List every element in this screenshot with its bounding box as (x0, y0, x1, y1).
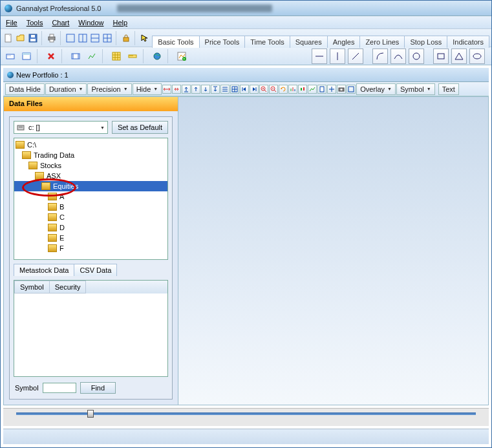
find-button[interactable]: Find (80, 382, 116, 394)
tab-angles[interactable]: Angles (327, 36, 361, 48)
prev-icon[interactable] (240, 85, 249, 94)
symbol-input[interactable] (43, 383, 76, 393)
tab-squares[interactable]: Squares (290, 36, 328, 48)
crosshair-icon[interactable] (327, 85, 336, 94)
tab-price-tools[interactable]: Price Tools (199, 36, 246, 48)
tab-indicators[interactable]: Indicators (447, 36, 489, 48)
portfolio-titlebar: New Portfolio : 1 (3, 68, 489, 82)
svg-line-52 (264, 90, 266, 92)
time-slider[interactable] (3, 408, 489, 426)
grid-small-icon[interactable] (230, 85, 239, 94)
next-icon[interactable] (250, 85, 259, 94)
open-folder-icon[interactable] (16, 31, 26, 45)
zoom-out-icon[interactable] (269, 85, 278, 94)
globe-icon[interactable] (150, 49, 164, 63)
save-icon[interactable] (28, 31, 38, 45)
menu-help[interactable]: Help (112, 19, 127, 27)
chart-green-icon[interactable] (85, 49, 99, 63)
tree-item[interactable]: F (14, 243, 167, 253)
data-hide-button[interactable]: Data Hide (5, 83, 45, 95)
col-security[interactable]: Security (50, 281, 87, 293)
tab-time-tools[interactable]: Time Tools (244, 36, 290, 48)
folder-icon (28, 162, 37, 169)
hide-button[interactable]: Hide▼ (133, 83, 162, 95)
tree-item[interactable]: Stocks (14, 160, 167, 171)
tree-item[interactable]: E (14, 233, 167, 243)
symbol-button[interactable]: Symbol▼ (396, 83, 435, 95)
ruler-icon[interactable] (125, 49, 140, 63)
list-icon[interactable] (220, 85, 230, 94)
cursor-icon[interactable] (140, 31, 150, 45)
circle-icon[interactable] (409, 48, 424, 64)
menu-file[interactable]: File (6, 19, 17, 27)
rect-icon[interactable] (433, 48, 449, 64)
data-files-header: Data Files (4, 97, 178, 111)
keyboard-icon[interactable] (3, 49, 17, 63)
arrow-up-bar-icon[interactable] (182, 85, 191, 94)
h-expand-icon[interactable] (162, 85, 171, 94)
data-files-panel: Data Files c: [] ▼ Set as Default C:\Tra… (4, 97, 178, 405)
doc-icon[interactable] (317, 85, 326, 94)
print-icon[interactable] (47, 31, 57, 45)
app-icon (5, 5, 12, 12)
secondary-toolbar (1, 47, 491, 65)
drive-select[interactable]: c: [] ▼ (14, 121, 108, 134)
tree-item[interactable]: C (14, 212, 167, 222)
tree-label: Trading Data (34, 151, 74, 159)
menu-tools[interactable]: Tools (27, 19, 43, 27)
h-collapse-icon[interactable] (172, 85, 181, 94)
arc-icon[interactable] (390, 48, 406, 64)
new-doc-icon[interactable] (3, 31, 14, 45)
line-v-icon[interactable] (330, 48, 345, 64)
zoom-in-icon[interactable] (259, 85, 268, 94)
tool-icon[interactable] (347, 85, 356, 94)
tab-basic-tools[interactable]: Basic Tools (152, 36, 199, 48)
curve-icon[interactable] (372, 48, 388, 64)
data-grid[interactable]: Symbol Security (14, 280, 168, 377)
precision-button[interactable]: Precision▼ (87, 83, 131, 95)
line-chart-icon[interactable] (308, 85, 317, 94)
overlay-button[interactable]: Overlay▼ (356, 83, 396, 95)
arrow-up-icon[interactable] (191, 85, 200, 94)
duration-button[interactable]: Duration▼ (45, 83, 87, 95)
bars-icon[interactable] (288, 85, 297, 94)
arrow-down-icon[interactable] (201, 85, 210, 94)
tree-item[interactable]: C:\ (14, 140, 167, 150)
svg-rect-41 (438, 54, 444, 59)
menu-chart[interactable]: Chart (52, 19, 69, 27)
tab-zero-lines[interactable]: Zero Lines (359, 36, 405, 48)
folder-tree[interactable]: C:\Trading DataStocksASXEquitiesABCDEF (14, 138, 168, 260)
camera-icon[interactable] (337, 85, 346, 94)
text-button[interactable]: Text (438, 83, 459, 95)
layout-split-v-icon[interactable] (90, 31, 100, 45)
lock-icon[interactable] (121, 31, 131, 45)
layout-quad-icon[interactable] (102, 31, 112, 45)
candles-icon[interactable] (298, 85, 307, 94)
line-h-icon[interactable] (312, 48, 327, 64)
film-icon[interactable] (69, 49, 83, 63)
grid-icon[interactable] (109, 49, 123, 63)
refresh-icon[interactable] (279, 85, 288, 94)
chart-canvas[interactable] (178, 97, 488, 405)
tree-item[interactable]: D (14, 222, 167, 233)
col-symbol[interactable]: Symbol (14, 281, 50, 293)
tree-label: B (59, 203, 64, 211)
layout-single-icon[interactable] (65, 31, 76, 45)
line-diag-icon[interactable] (348, 48, 363, 64)
tab-csv[interactable]: CSV Data (74, 264, 117, 276)
panel-icon[interactable] (19, 49, 34, 63)
tab-metastock[interactable]: Metastock Data (14, 264, 74, 276)
svg-point-18 (9, 55, 10, 56)
slider-thumb[interactable] (87, 410, 94, 418)
set-default-button[interactable]: Set as Default (112, 121, 168, 134)
layout-split-h-icon[interactable] (78, 31, 88, 45)
triangle-icon[interactable] (451, 48, 467, 64)
chart-play-icon[interactable] (175, 49, 189, 63)
ellipse-icon[interactable] (469, 48, 485, 64)
arrow-down-bar-icon[interactable] (211, 85, 220, 94)
tree-item[interactable]: Trading Data (14, 150, 167, 160)
menu-window[interactable]: Window (78, 19, 103, 27)
tree-item[interactable]: B (14, 202, 167, 212)
delete-icon[interactable] (44, 49, 58, 63)
tab-stop-loss[interactable]: Stop Loss (404, 36, 447, 48)
